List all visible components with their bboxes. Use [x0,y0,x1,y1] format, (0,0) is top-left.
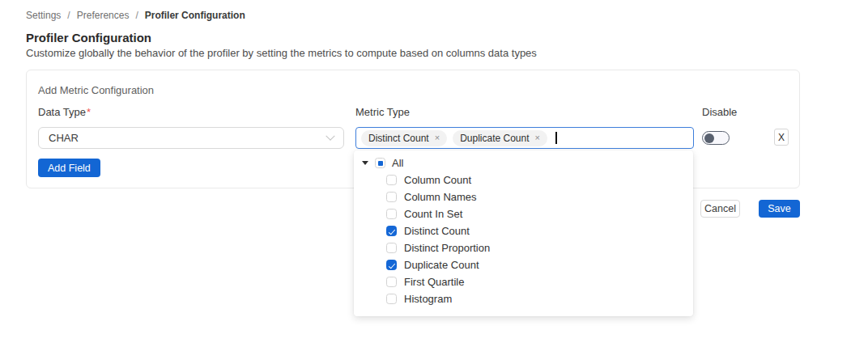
dropdown-option-count-in-set[interactable]: Count In Set [354,205,693,222]
data-type-label-text: Data Type [38,106,86,118]
checkbox-distinct-proportion[interactable] [386,243,397,253]
remove-row-button[interactable]: X [774,129,789,146]
disable-toggle[interactable] [702,131,730,145]
chevron-down-icon [326,131,334,140]
dropdown-option-first-quartile[interactable]: First Quartile [354,273,693,290]
toggle-knob [704,133,714,143]
metric-tag-distinct-count: Distinct Count × [361,130,447,146]
metric-type-dropdown: All Column Count Column Names Count In S… [354,150,693,316]
breadcrumb-preferences[interactable]: Preferences [77,10,130,21]
checkbox-first-quartile[interactable] [386,277,397,287]
metric-tag-duplicate-count: Duplicate Count × [453,130,547,146]
page-title: Profiler Configuration [26,31,151,44]
data-type-label: Data Type* [38,106,91,118]
tag-remove-icon[interactable]: × [435,133,440,142]
checkbox-all[interactable] [375,158,385,168]
dropdown-option-column-names[interactable]: Column Names [354,188,693,205]
data-type-selected-value: CHAR [49,132,327,144]
page-subtitle: Customize globally the behavior of the p… [26,47,537,59]
dropdown-option-label: Duplicate Count [404,259,479,271]
dropdown-option-all[interactable]: All [354,154,693,171]
text-cursor [555,132,557,144]
dropdown-option-label: Histogram [404,293,452,305]
save-button[interactable]: Save [759,200,800,218]
dropdown-option-histogram[interactable]: Histogram [354,290,693,307]
metric-tag-label: Distinct Count [368,133,429,144]
breadcrumb-profiler-configuration: Profiler Configuration [145,10,245,21]
dropdown-option-label: First Quartile [404,276,464,288]
data-type-select[interactable]: CHAR [38,127,344,149]
metric-type-label: Metric Type [355,106,410,118]
dropdown-option-label: Column Names [404,191,477,203]
dropdown-option-label: All [392,157,403,169]
breadcrumb: Settings / Preferences / Profiler Config… [26,10,245,21]
disable-label: Disable [702,106,737,118]
checkbox-duplicate-count[interactable] [386,260,397,270]
dropdown-option-label: Column Count [404,174,471,186]
dropdown-option-column-count[interactable]: Column Count [354,171,693,188]
profiler-configuration-page: Settings / Preferences / Profiler Config… [0,0,868,364]
breadcrumb-settings[interactable]: Settings [26,10,61,21]
dropdown-option-distinct-count[interactable]: Distinct Count [354,222,693,239]
dropdown-option-label: Count In Set [404,208,462,220]
checkbox-count-in-set[interactable] [386,209,397,219]
checkbox-column-names[interactable] [386,192,397,202]
checkbox-column-count[interactable] [386,175,397,185]
breadcrumb-separator: / [67,10,70,21]
dropdown-option-duplicate-count[interactable]: Duplicate Count [354,256,693,273]
metric-tag-label: Duplicate Count [460,133,529,144]
dropdown-option-label: Distinct Proportion [404,242,490,254]
checkbox-distinct-count[interactable] [386,226,397,236]
dropdown-option-distinct-proportion[interactable]: Distinct Proportion [354,239,693,256]
tree-expand-caret-icon[interactable] [362,161,368,165]
cancel-button[interactable]: Cancel [700,200,740,218]
tag-remove-icon[interactable]: × [535,133,540,142]
checkbox-histogram[interactable] [386,294,397,304]
dropdown-option-label: Distinct Count [404,225,470,237]
breadcrumb-separator: / [135,10,138,21]
metric-type-multiselect-input[interactable]: Distinct Count × Duplicate Count × [355,127,694,149]
panel-title: Add Metric Configuration [38,84,154,96]
add-field-button[interactable]: Add Field [38,159,100,177]
required-asterisk: * [87,106,91,118]
